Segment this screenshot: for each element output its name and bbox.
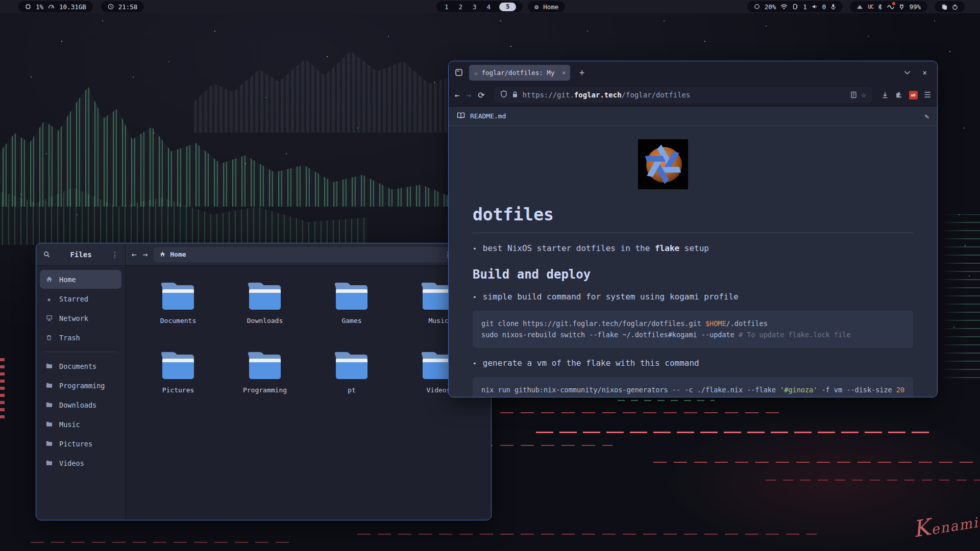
tab-foglar-dotfiles[interactable]: ☕ foglar/dotfiles: My ✕	[469, 65, 570, 81]
status-bar-left: 1% 10.31GB 21:58	[18, 0, 144, 11]
path-bar[interactable]: Home ⋮	[154, 247, 457, 262]
tracking-shield-icon[interactable]	[500, 90, 507, 100]
sidebar-label: Documents	[59, 362, 96, 370]
folder-icon	[248, 353, 282, 380]
sidebar-item-trash[interactable]: Trash	[40, 328, 121, 347]
folder-label: pt	[348, 386, 356, 394]
address-bar[interactable]: https://git.foglar.tech/foglar/dotfiles …	[495, 87, 872, 103]
sidebar-item-videos[interactable]: Videos	[40, 454, 121, 472]
firefox-view-icon[interactable]	[455, 68, 463, 77]
extensions-icon[interactable]	[895, 91, 902, 98]
sidebar-label: Music	[59, 420, 80, 429]
mode-pill[interactable]: ⚙ Home	[528, 1, 565, 12]
list-tabs-chevron-icon[interactable]	[904, 70, 911, 75]
folder-item-downloads[interactable]: Downloads	[222, 283, 308, 353]
reader-view-icon[interactable]	[850, 91, 857, 98]
sidebar-item-pictures[interactable]: Pictures	[40, 434, 121, 453]
new-tab-button[interactable]: +	[579, 67, 584, 78]
search-icon[interactable]	[43, 251, 51, 258]
forward-button[interactable]: →	[143, 249, 148, 259]
sidebar-item-documents[interactable]: Documents	[40, 357, 121, 375]
volume-level: 0	[822, 3, 826, 11]
navigation-bar: ← → ⟳ https://git.foglar.tech/foglar/dot…	[449, 84, 937, 107]
back-button[interactable]: ←	[132, 249, 137, 259]
sidebar-label: Videos	[59, 459, 84, 467]
folder-icon	[45, 382, 53, 389]
hamburger-menu-icon[interactable]: ☰	[924, 90, 931, 99]
bullet-text: best NixOS starter dotfiles in the flake…	[483, 243, 709, 253]
folder-label: Downloads	[247, 317, 283, 324]
bullet-text: simple build command for system using ko…	[483, 292, 739, 302]
clock-pill[interactable]: 21:58	[101, 1, 144, 12]
status-bar: 1% 10.31GB 21:58 1 2 3 4 5 ⚙ Home	[0, 0, 980, 13]
glitch-streak	[31, 542, 296, 543]
system-stats-pill[interactable]: 1% 10.31GB	[18, 1, 93, 12]
tray-pill[interactable]: UC 99%	[850, 1, 927, 12]
ublock-origin-icon[interactable]: uO	[909, 91, 918, 99]
folder-item-games[interactable]: Games	[308, 283, 395, 353]
bluetooth-icon	[877, 4, 883, 10]
folder-item-pictures[interactable]: Pictures	[135, 353, 222, 422]
code-comment: # To update flake.lock file	[739, 331, 850, 339]
microphone-icon	[830, 4, 836, 10]
folder-label: Pictures	[162, 386, 194, 394]
browser-back-button[interactable]: ←	[455, 90, 460, 100]
tab-close-icon[interactable]: ✕	[562, 69, 566, 76]
keyboard-backlight-icon	[792, 4, 798, 10]
wifi-icon	[780, 4, 788, 10]
edit-pencil-icon[interactable]: ✎	[925, 112, 929, 120]
workspace-5-active[interactable]: 5	[499, 3, 516, 11]
url-path: /foglar/dotfiles	[622, 91, 691, 99]
sidebar-item-music[interactable]: Music	[40, 415, 121, 434]
readme-header: README.md ✎	[449, 107, 937, 126]
workspace-2[interactable]: 2	[457, 3, 464, 11]
folder-icon	[161, 353, 195, 380]
brightness-level: 20%	[765, 3, 776, 11]
memory-gauge-icon	[48, 4, 55, 10]
folder-icon	[335, 353, 369, 380]
workspace-4[interactable]: 4	[485, 3, 493, 11]
folder-icon	[161, 283, 195, 311]
sidebar-label: Pictures	[59, 440, 92, 448]
code-block-clone: git clone https://git.foglar.tech/foglar…	[473, 311, 913, 348]
sidebar-item-home[interactable]: Home	[40, 270, 121, 289]
code-block-vm: nix run github:nix-community/nixos-gener…	[473, 377, 913, 397]
page-content: README.md ✎ dotfiles	[449, 107, 937, 397]
sidebar-item-network[interactable]: Network	[40, 309, 121, 328]
browser-forward-button[interactable]: →	[467, 90, 472, 100]
folder-item-programming[interactable]: Programming	[222, 353, 308, 422]
network-signal-icon	[856, 4, 863, 10]
sidebar-label: Trash	[59, 334, 80, 342]
sidebar-label: Network	[59, 314, 88, 322]
downloads-icon[interactable]	[881, 91, 889, 98]
code-number: 20	[896, 386, 904, 394]
window-close-button[interactable]: ✕	[923, 68, 927, 77]
glitch-left-edge	[0, 357, 5, 418]
workspace-switcher: 1 2 3 4 5	[436, 1, 523, 12]
star-icon: ★	[45, 295, 53, 303]
sidebar-item-starred[interactable]: ★ Starred	[40, 289, 121, 308]
code-text: /.dotfiles	[726, 319, 768, 328]
cpu-icon	[25, 4, 31, 10]
code-string: '#ginoza'	[780, 386, 817, 394]
files-headerbar: Files ⋮ ← → Home ⋮ ⋮	[36, 243, 491, 266]
workspace-3[interactable]: 3	[471, 3, 478, 11]
sidebar-item-programming[interactable]: Programming	[40, 376, 121, 395]
session-pill[interactable]	[935, 1, 965, 12]
current-path-label: Home	[170, 251, 440, 258]
readme-bullet-intro: • best NixOS starter dotfiles in the fla…	[473, 243, 913, 253]
app-menu-kebab-icon[interactable]: ⋮	[111, 251, 118, 258]
lock-icon[interactable]	[512, 90, 518, 100]
hardware-pill[interactable]: 20% 1 0	[747, 1, 843, 12]
app-title: Files	[51, 251, 111, 259]
workspace-1[interactable]: 1	[443, 3, 450, 11]
sidebar-item-downloads[interactable]: Downloads	[40, 395, 121, 414]
folder-item-pt[interactable]: pt	[308, 353, 395, 422]
bookmark-star-icon[interactable]: ☆	[862, 90, 866, 99]
folder-item-documents[interactable]: Documents	[135, 283, 222, 353]
keyboard-backlight-level: 1	[803, 3, 807, 11]
intro-pre: best NixOS starter dotfiles in the	[483, 243, 655, 253]
tab-title: foglar/dotfiles: My	[481, 69, 558, 77]
notification-dot	[892, 2, 895, 5]
reload-button[interactable]: ⟳	[478, 90, 484, 100]
